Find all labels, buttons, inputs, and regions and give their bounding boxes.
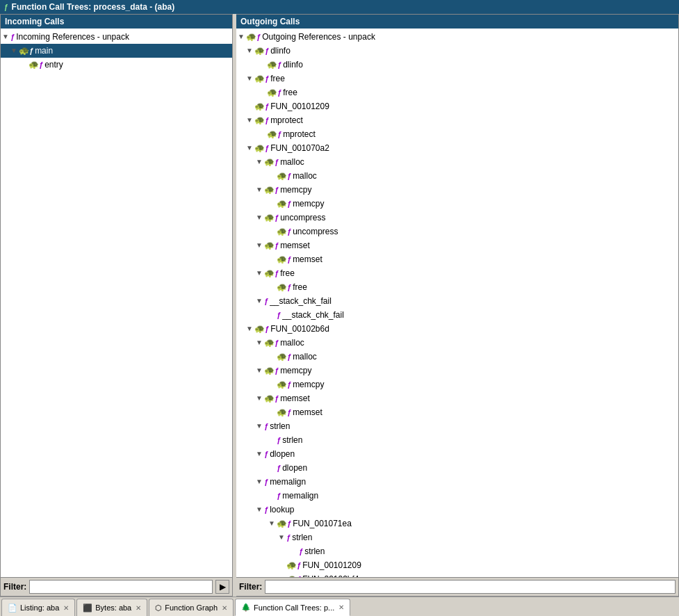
turtle-icon-entry: 🐢 xyxy=(28,58,39,71)
left-filter-label: Filter: xyxy=(3,582,26,592)
incoming-calls-tree-scroll[interactable]: ▼ ƒ Incoming References - unpack ▼ 🐢 ƒ m… xyxy=(1,29,232,577)
tree-row-memset-p3[interactable]: ▼ 🐢 ƒ memset xyxy=(236,391,678,405)
tree-row-entry[interactable]: ▶ 🐢 ƒ entry xyxy=(1,58,232,72)
outgoing-calls-panel: Outgoing Calls ▼ 🐢 ƒ Outgoing References… xyxy=(236,14,679,597)
tree-row-strlen-p2[interactable]: ▼ ƒ strlen xyxy=(236,530,678,544)
tree-row-mprotect-c[interactable]: ▶ 🐢 ƒ mprotect xyxy=(236,127,678,141)
tab-listing-label: Listing: aba xyxy=(20,603,59,612)
triangle-incoming-ref: ▼ xyxy=(2,31,10,43)
tree-row-fun101209[interactable]: ▶ 🐢 ƒ FUN_00101209 xyxy=(236,99,678,113)
tree-row-free-c1[interactable]: ▶ 🐢 ƒ free xyxy=(236,86,678,99)
tree-row-dlinfo-c[interactable]: ▶ 🐢 ƒ dlinfo xyxy=(236,58,678,72)
tree-row-malloc-p1[interactable]: ▼ 🐢 ƒ malloc xyxy=(236,155,678,169)
tree-row-dlinfo-p[interactable]: ▼ 🐢 ƒ dlinfo xyxy=(236,44,678,58)
tree-row-malloc-c1[interactable]: ▶ 🐢 ƒ malloc xyxy=(236,169,678,183)
turtle-out-ref: 🐢 xyxy=(246,31,256,43)
tree-icon: 🌲 xyxy=(241,603,251,612)
tree-row-memset-c3[interactable]: ▶ 🐢 ƒ memset xyxy=(236,405,678,419)
tree-row-stack-c1[interactable]: ▶ ƒ __stack_chk_fail xyxy=(236,308,678,322)
tree-row-lookup-p1[interactable]: ▼ ƒ lookup xyxy=(236,503,678,517)
tree-row-strlen-p1[interactable]: ▼ ƒ strlen xyxy=(236,419,678,433)
right-filter-label: Filter: xyxy=(239,582,262,592)
tri-out-ref: ▼ xyxy=(238,31,246,43)
tree-row-incoming-ref[interactable]: ▼ ƒ Incoming References - unpack xyxy=(1,30,232,44)
tree-row-memcpy-c3[interactable]: ▶ 🐢 ƒ memcpy xyxy=(236,378,678,391)
incoming-ref-label: Incoming References - unpack xyxy=(15,31,129,43)
bytes-icon: ⬛ xyxy=(83,603,92,613)
tree-row-stack-p1[interactable]: ▼ ƒ __stack_chk_fail xyxy=(236,294,678,308)
tree-row-fun101209-2[interactable]: ▶ 🐢 ƒ FUN_00101209 xyxy=(236,558,678,572)
tree-row-fun102bf4[interactable]: ▶ 🐢 ƒ FUN_00102bf4 xyxy=(236,572,678,577)
tree-row-malloc-c3[interactable]: ▶ 🐢 ƒ malloc xyxy=(236,350,678,364)
tab-graph-close[interactable]: ✕ xyxy=(222,604,227,612)
outgoing-calls-tree-scroll[interactable]: ▼ 🐢 ƒ Outgoing References - unpack ▼ 🐢 ƒ… xyxy=(236,29,678,577)
tree-row-memcpy-p1[interactable]: ▼ 🐢 ƒ memcpy xyxy=(236,183,678,197)
incoming-calls-panel: Incoming Calls ▼ ƒ Incoming References -… xyxy=(0,14,233,597)
right-filter-bar: Filter: xyxy=(236,577,678,596)
outgoing-ref-label: Outgoing References - unpack xyxy=(261,31,375,43)
tab-listing-close[interactable]: ✕ xyxy=(63,604,69,612)
main-content: Incoming Calls ▼ ƒ Incoming References -… xyxy=(0,14,679,597)
tree-row-free-p2[interactable]: ▼ 🐢 ƒ free xyxy=(236,266,678,280)
left-filter-button[interactable]: ▶ xyxy=(215,580,229,594)
tree-row-dlopen-c1[interactable]: ▶ ƒ dlopen xyxy=(236,461,678,475)
incoming-calls-tree: ▼ ƒ Incoming References - unpack ▼ 🐢 ƒ m… xyxy=(1,29,232,73)
right-filter-input[interactable] xyxy=(265,580,676,594)
tab-listing[interactable]: 📄 Listing: aba ✕ xyxy=(1,599,75,616)
listing-icon: 📄 xyxy=(8,603,17,613)
graph-icon: ⬡ xyxy=(155,603,162,613)
title-bar: ƒ Function Call Trees: process_data - (a… xyxy=(0,0,679,14)
window-title: Function Call Trees: process_data - (aba… xyxy=(12,2,175,12)
tree-row-memset-p1[interactable]: ▼ 🐢 ƒ memset xyxy=(236,238,678,252)
tree-row-free-c2[interactable]: ▶ 🐢 ƒ free xyxy=(236,280,678,294)
tree-row-memset-c1[interactable]: ▶ 🐢 ƒ memset xyxy=(236,252,678,266)
outgoing-calls-tree: ▼ 🐢 ƒ Outgoing References - unpack ▼ 🐢 ƒ… xyxy=(236,29,678,577)
tree-row-strlen-c1[interactable]: ▶ ƒ strlen xyxy=(236,433,678,447)
tree-row-fun102b6d[interactable]: ▼ 🐢 ƒ FUN_00102b6d xyxy=(236,322,678,336)
tree-row-memcpy-p3[interactable]: ▼ 🐢 ƒ memcpy xyxy=(236,364,678,378)
tab-call-trees-label: Function Call Trees: p... xyxy=(254,603,334,612)
tree-row-mprotect-p[interactable]: ▼ 🐢 ƒ mprotect xyxy=(236,113,678,127)
turtle-icon-main: 🐢 xyxy=(19,44,29,57)
tree-row-memcpy-c1[interactable]: ▶ 🐢 ƒ memcpy xyxy=(236,197,678,211)
tree-row-fun1071ea[interactable]: ▼ 🐢 ƒ FUN_001071ea xyxy=(236,517,678,530)
tree-row-uncompress-p1[interactable]: ▼ 🐢 ƒ uncompress xyxy=(236,211,678,225)
tab-trees-close[interactable]: ✕ xyxy=(338,603,344,611)
tree-row-uncompress-c1[interactable]: ▶ 🐢 ƒ uncompress xyxy=(236,225,678,238)
entry-label: entry xyxy=(43,58,63,71)
left-filter-input[interactable] xyxy=(29,580,213,594)
tree-row-memalign-p1[interactable]: ▼ ƒ memalign xyxy=(236,475,678,489)
triangle-main: ▼ xyxy=(10,44,19,57)
left-filter-bar: Filter: ▶ xyxy=(1,577,232,596)
tab-call-trees[interactable]: 🌲 Function Call Trees: p... ✕ xyxy=(235,599,350,616)
tree-row-dlopen-p1[interactable]: ▼ ƒ dlopen xyxy=(236,447,678,461)
tree-row-outgoing-ref[interactable]: ▼ 🐢 ƒ Outgoing References - unpack xyxy=(236,30,678,44)
tree-row-memalign-c1[interactable]: ▶ ƒ memalign xyxy=(236,489,678,503)
tree-row-free-p1[interactable]: ▼ 🐢 ƒ free xyxy=(236,72,678,86)
tab-bytes[interactable]: ⬛ Bytes: aba ✕ xyxy=(76,599,147,616)
tab-function-graph[interactable]: ⬡ Function Graph ✕ xyxy=(149,599,234,616)
main-label: main xyxy=(33,44,53,57)
outgoing-calls-header: Outgoing Calls xyxy=(236,15,678,29)
tree-row-malloc-p3[interactable]: ▼ 🐢 ƒ malloc xyxy=(236,336,678,350)
tree-row-main[interactable]: ▼ 🐢 ƒ main xyxy=(1,44,232,58)
tree-row-fun1070a2[interactable]: ▼ 🐢 ƒ FUN_001070a2 xyxy=(236,141,678,155)
title-icon: ƒ xyxy=(4,3,8,11)
incoming-calls-header: Incoming Calls xyxy=(1,15,232,29)
triangle-entry: ▶ xyxy=(20,58,28,71)
tab-bytes-close[interactable]: ✕ xyxy=(136,604,141,612)
tab-bar: 📄 Listing: aba ✕ ⬛ Bytes: aba ✕ ⬡ Functi… xyxy=(0,597,679,616)
tab-function-graph-label: Function Graph xyxy=(165,603,218,612)
tab-bytes-label: Bytes: aba xyxy=(95,603,131,612)
tree-row-strlen-c2[interactable]: ▶ ƒ strlen xyxy=(236,544,678,558)
